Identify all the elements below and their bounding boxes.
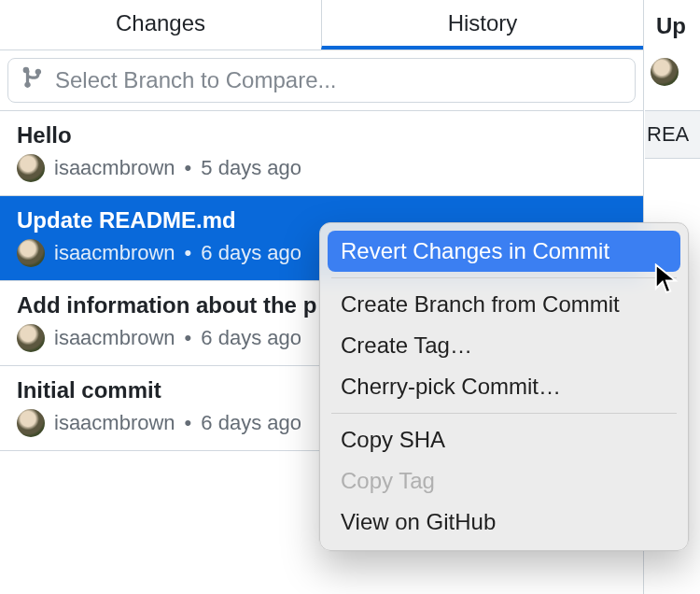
menu-item-create-branch[interactable]: Create Branch from Commit xyxy=(328,284,680,325)
menu-item-view-on-github[interactable]: View on GitHub xyxy=(328,502,680,543)
placeholder-text: Select Branch to Compare... xyxy=(55,67,336,93)
menu-item-copy-tag: Copy Tag xyxy=(328,460,680,502)
git-branch-icon xyxy=(21,65,46,95)
menu-item-copy-sha[interactable]: Copy SHA xyxy=(328,419,680,460)
commit-time: 6 days ago xyxy=(201,411,301,435)
commit-title: Hello xyxy=(17,122,626,148)
menu-item-revert[interactable]: Revert Changes in Commit xyxy=(328,231,680,272)
tab-bar: Changes History xyxy=(0,0,643,50)
commit-meta: isaacmbrown • 5 days ago xyxy=(17,154,626,182)
commit-time: 6 days ago xyxy=(201,326,301,350)
avatar xyxy=(17,239,45,267)
tab-changes[interactable]: Changes xyxy=(0,0,321,50)
menu-item-create-tag[interactable]: Create Tag… xyxy=(328,325,680,366)
avatar xyxy=(17,409,45,437)
commit-author: isaacmbrown xyxy=(54,326,175,350)
separator-dot: • xyxy=(185,241,192,265)
avatar xyxy=(651,58,679,86)
menu-item-label: View on GitHub xyxy=(341,509,496,534)
detail-meta xyxy=(645,58,700,86)
file-name: REA xyxy=(647,122,689,146)
menu-item-cherry-pick[interactable]: Cherry-pick Commit… xyxy=(328,366,680,407)
menu-item-label: Create Branch from Commit xyxy=(341,291,620,317)
commit-author: isaacmbrown xyxy=(54,241,175,265)
menu-item-label: Create Tag… xyxy=(341,332,472,358)
detail-title: Up xyxy=(645,0,700,58)
compare-bar: Select Branch to Compare... xyxy=(0,50,643,111)
commit-author: isaacmbrown xyxy=(54,411,175,435)
avatar xyxy=(17,154,45,182)
menu-separator xyxy=(331,413,677,414)
tab-label: History xyxy=(448,10,518,36)
avatar xyxy=(17,324,45,352)
commit-item[interactable]: Hello isaacmbrown • 5 days ago xyxy=(0,111,643,196)
tab-label: Changes xyxy=(116,10,205,36)
menu-item-label: Revert Changes in Commit xyxy=(341,238,609,263)
separator-dot: • xyxy=(185,326,192,350)
menu-item-label: Copy Tag xyxy=(341,468,435,493)
commit-author: isaacmbrown xyxy=(54,156,175,180)
separator-dot: • xyxy=(185,411,192,435)
file-row[interactable]: REA xyxy=(645,110,700,159)
commit-time: 6 days ago xyxy=(201,241,301,265)
menu-item-label: Copy SHA xyxy=(341,427,445,452)
separator-dot: • xyxy=(185,156,192,180)
tab-history[interactable]: History xyxy=(321,0,643,50)
branch-compare-input[interactable]: Select Branch to Compare... xyxy=(7,58,636,103)
commit-context-menu: Revert Changes in Commit Create Branch f… xyxy=(319,222,689,551)
menu-item-label: Cherry-pick Commit… xyxy=(341,374,561,399)
commit-time: 5 days ago xyxy=(201,156,301,180)
menu-separator xyxy=(331,277,677,278)
